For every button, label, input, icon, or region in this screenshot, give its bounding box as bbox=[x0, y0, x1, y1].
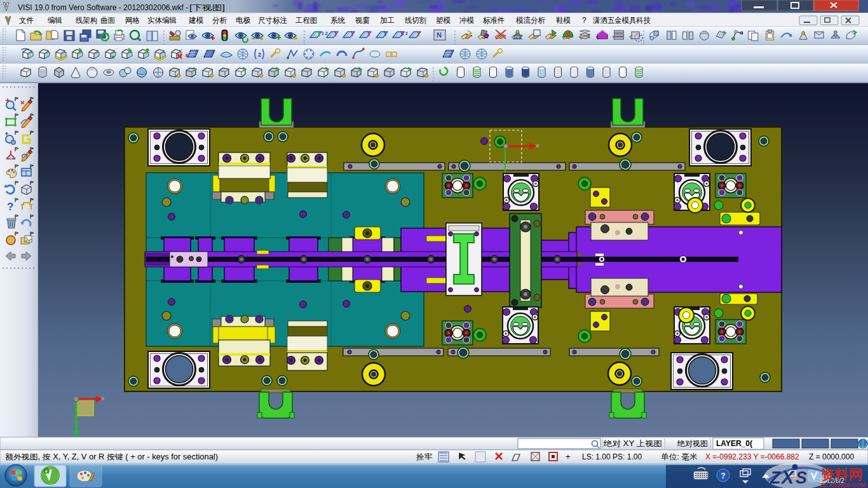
svg-text:单位: 毫米: 单位: 毫米 bbox=[661, 452, 698, 461]
svg-text:X =-0992.233 Y =-0066.882: X =-0992.233 Y =-0066.882 bbox=[705, 452, 799, 461]
svg-text:1 2: 1 2 bbox=[322, 31, 328, 36]
svg-text:编辑: 编辑 bbox=[48, 16, 62, 25]
svg-text:×: × bbox=[535, 141, 540, 151]
svg-text:文件: 文件 bbox=[19, 16, 34, 25]
svg-text:X: X bbox=[780, 467, 795, 487]
svg-text:N: N bbox=[437, 31, 442, 39]
svg-text:尺寸标注: 尺寸标注 bbox=[258, 16, 287, 25]
svg-text:2: 2 bbox=[258, 51, 261, 58]
svg-text:?: ? bbox=[582, 16, 587, 25]
svg-text:曲面: 曲面 bbox=[100, 16, 115, 25]
svg-text:?: ? bbox=[7, 201, 13, 213]
svg-text:工程图: 工程图 bbox=[295, 16, 317, 25]
svg-text:资料网: 资料网 bbox=[821, 467, 863, 482]
svg-text:加工: 加工 bbox=[380, 16, 395, 25]
svg-text:绝对 XY 上视图: 绝对 XY 上视图 bbox=[603, 439, 662, 448]
svg-text:鞋模: 鞋模 bbox=[556, 16, 571, 25]
svg-text:额外视图, 按 X, Y, Z, V or R 按键 ( +: 额外视图, 按 X, Y, Z, V or R 按键 ( + or - keys… bbox=[5, 452, 218, 461]
svg-text:模流分析: 模流分析 bbox=[516, 16, 545, 25]
svg-text:ZL.XSJ616.COM: ZL.XSJ616.COM bbox=[820, 481, 866, 488]
svg-text:绝对视图: 绝对视图 bbox=[677, 439, 708, 448]
svg-text:?: ? bbox=[721, 471, 725, 480]
svg-text:×: × bbox=[100, 395, 105, 403]
svg-text:线切割: 线切割 bbox=[405, 16, 426, 25]
svg-text:VISI 19.0 from Vero Software: VISI 19.0 from Vero Software - 201203020… bbox=[18, 3, 188, 12]
svg-text:标准件: 标准件 bbox=[483, 16, 505, 25]
svg-text:S: S bbox=[796, 468, 807, 487]
svg-text:LAYER_0(: LAYER_0( bbox=[716, 439, 752, 448]
svg-text:电极: 电极 bbox=[236, 16, 250, 25]
svg-text:1 2: 1 2 bbox=[402, 31, 408, 36]
svg-text:Z = 0000.000: Z = 0000.000 bbox=[809, 452, 854, 461]
svg-text:潇洒五金模具科技: 潇洒五金模具科技 bbox=[593, 16, 651, 25]
svg-text:Z: Z bbox=[770, 468, 782, 487]
svg-text:系统: 系统 bbox=[330, 16, 345, 25]
svg-text:LS: 1.00 PS: 1.00: LS: 1.00 PS: 1.00 bbox=[582, 452, 642, 461]
svg-text:建模: 建模 bbox=[188, 16, 203, 25]
svg-text:视窗: 视窗 bbox=[355, 16, 370, 25]
svg-text:冲模: 冲模 bbox=[459, 16, 474, 25]
svg-text:[下视图]: [下视图] bbox=[189, 3, 225, 12]
svg-text:线架构: 线架构 bbox=[76, 16, 97, 25]
svg-text:+: + bbox=[566, 452, 571, 461]
svg-text:网格: 网格 bbox=[125, 16, 140, 25]
svg-text:塑模: 塑模 bbox=[436, 16, 451, 25]
svg-text:拴牢: 拴牢 bbox=[416, 452, 432, 461]
svg-text:实体编辑: 实体编辑 bbox=[147, 16, 177, 25]
svg-text:分析: 分析 bbox=[212, 16, 227, 25]
